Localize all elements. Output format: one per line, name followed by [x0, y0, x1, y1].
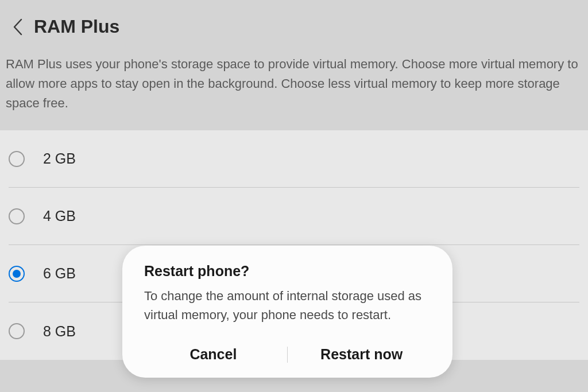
radio-icon [9, 323, 25, 339]
option-label: 8 GB [43, 323, 76, 340]
option-label: 6 GB [43, 265, 76, 282]
option-4gb[interactable]: 4 GB [0, 188, 588, 245]
restart-dialog: Restart phone? To change the amount of i… [122, 246, 452, 378]
cancel-button[interactable]: Cancel [140, 341, 287, 367]
page-title: RAM Plus [34, 16, 119, 37]
option-label: 2 GB [43, 150, 76, 167]
header: RAM Plus [0, 0, 588, 49]
radio-icon [9, 151, 25, 167]
chevron-left-icon [13, 18, 23, 36]
radio-icon [9, 266, 25, 282]
restart-now-button[interactable]: Restart now [288, 341, 435, 367]
dialog-buttons: Cancel Restart now [140, 341, 435, 367]
back-button[interactable] [9, 18, 27, 36]
description-text: RAM Plus uses your phone's storage space… [0, 49, 588, 130]
option-label: 4 GB [43, 208, 76, 224]
option-2gb[interactable]: 2 GB [0, 130, 588, 188]
radio-icon [9, 208, 25, 224]
radio-inner-icon [13, 270, 21, 278]
dialog-title: Restart phone? [140, 263, 435, 280]
dialog-body: To change the amount of internal storage… [140, 286, 435, 324]
